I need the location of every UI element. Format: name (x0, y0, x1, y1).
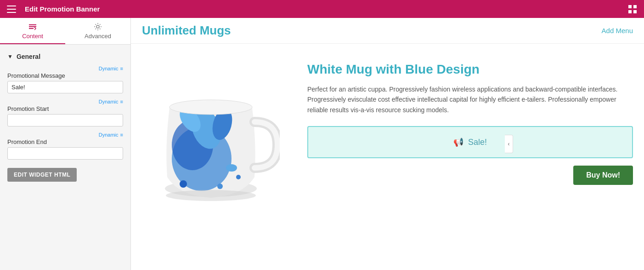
general-section-header[interactable]: ▼ General (0, 49, 130, 64)
tab-advanced-label: Advanced (85, 33, 111, 40)
svg-rect-6 (633, 10, 637, 13)
svg-point-19 (236, 175, 241, 179)
product-info: White Mug with Blue Design Perfect for a… (307, 53, 633, 185)
svg-point-20 (226, 164, 237, 172)
tab-content[interactable]: Content (0, 18, 65, 44)
svg-rect-1 (7, 9, 16, 10)
preview-title: Unlimited Mugs (142, 23, 231, 38)
add-menu-link[interactable]: Add Menu (602, 27, 633, 34)
megaphone-icon: 📢 (453, 137, 463, 147)
promo-end-input[interactable] (7, 147, 123, 160)
svg-point-18 (217, 184, 223, 189)
product-image (142, 53, 289, 209)
svg-rect-0 (7, 6, 16, 6)
hamburger-button[interactable] (0, 6, 23, 13)
promo-start-meta: Dynamic ≡ (7, 99, 123, 104)
promo-start-label: Promotion Start (7, 105, 123, 112)
promo-banner-text: Sale! (468, 138, 487, 147)
promo-message-label: Promotional Message (7, 72, 123, 79)
general-section-label: General (17, 53, 40, 60)
content-wrapper: ‹ Unlimited Mugs Add Menu (131, 18, 644, 270)
svg-point-22 (166, 190, 256, 201)
svg-rect-3 (628, 5, 632, 8)
dynamic-icon-1: ≡ (120, 66, 123, 71)
promo-end-meta: Dynamic ≡ (7, 132, 123, 138)
promo-end-label: Promotion End (7, 138, 123, 145)
sidebar-tabs: Content Advanced (0, 18, 130, 45)
buy-now-button[interactable]: Buy Now! (573, 166, 633, 185)
sidebar: Content Advanced ▼ General Dynamic (0, 18, 131, 270)
svg-point-17 (180, 180, 187, 188)
svg-rect-9 (29, 28, 34, 29)
promo-message-input[interactable] (7, 81, 123, 93)
promotional-message-field: Dynamic ≡ Promotional Message (0, 64, 130, 97)
svg-point-21 (169, 100, 252, 115)
svg-rect-4 (633, 5, 637, 8)
dynamic-label-3: Dynamic (99, 132, 119, 138)
main-layout: Content Advanced ▼ General Dynamic (0, 18, 644, 270)
content-area: Unlimited Mugs Add Menu (131, 18, 644, 270)
tab-advanced[interactable]: Advanced (65, 18, 130, 44)
dynamic-icon-3: ≡ (120, 132, 123, 138)
grid-button[interactable] (621, 5, 644, 13)
section-arrow-icon: ▼ (7, 53, 13, 60)
sidebar-content: ▼ General Dynamic ≡ Promotional Message … (0, 45, 130, 191)
product-description: Perfect for an artistic cuppa. Progressi… (307, 84, 633, 115)
promotion-end-field: Dynamic ≡ Promotion End (0, 130, 130, 163)
top-bar: Edit Promotion Banner (0, 0, 644, 18)
edit-widget-html-button[interactable]: EDIT WIDGET HTML (7, 168, 77, 182)
promo-message-meta: Dynamic ≡ (7, 66, 123, 71)
page-title: Edit Promotion Banner (23, 5, 621, 13)
sidebar-collapse-button[interactable]: ‹ (505, 135, 513, 153)
svg-rect-2 (7, 12, 16, 13)
preview-header: Unlimited Mugs Add Menu (131, 18, 644, 44)
product-section: White Mug with Blue Design Perfect for a… (131, 44, 644, 218)
promotion-start-field: Dynamic ≡ Promotion Start (0, 97, 130, 130)
svg-rect-8 (29, 26, 36, 27)
promo-start-input[interactable] (7, 114, 123, 126)
svg-rect-5 (628, 10, 632, 13)
svg-point-10 (96, 25, 99, 28)
dynamic-icon-2: ≡ (120, 99, 123, 104)
tab-content-label: Content (22, 33, 43, 40)
dynamic-label-1: Dynamic (99, 66, 119, 71)
promo-banner: 📢 Sale! (307, 126, 633, 158)
dynamic-label-2: Dynamic (99, 99, 119, 104)
product-heading: White Mug with Blue Design (307, 62, 633, 77)
svg-rect-7 (29, 24, 36, 25)
